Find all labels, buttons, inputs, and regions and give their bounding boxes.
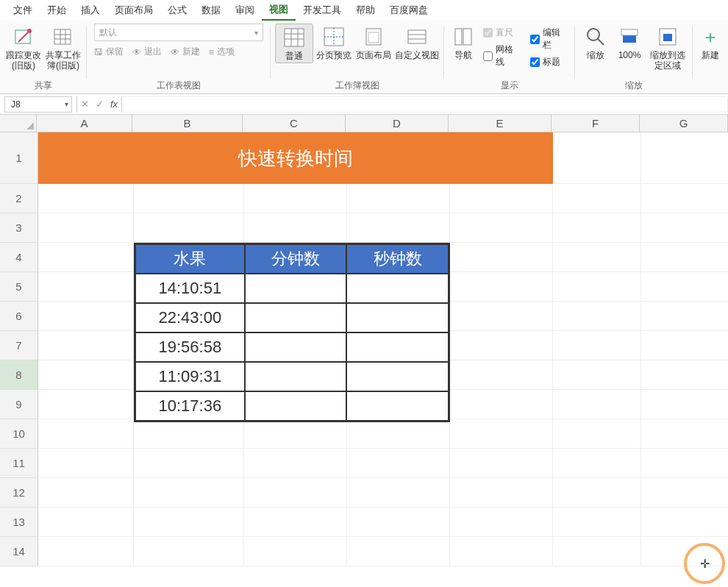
track-changes-button[interactable]: 跟踪更改(旧版) <box>4 24 43 72</box>
row-header-7[interactable]: 7 <box>0 331 38 360</box>
cell-E13[interactable] <box>450 508 553 537</box>
row-header-4[interactable]: 4 <box>0 243 38 272</box>
cell-D4[interactable] <box>347 243 450 272</box>
cell-C9[interactable] <box>244 390 347 419</box>
cell-F1[interactable] <box>553 132 641 184</box>
sheetview-combo[interactable]: 默认 ▾ <box>94 24 263 41</box>
cancel-formula-button[interactable]: ✕ <box>77 99 92 110</box>
share-workbook-button[interactable]: 共享工作簿(旧版) <box>44 24 82 72</box>
cell-C2[interactable] <box>244 184 347 213</box>
row-header-6[interactable]: 6 <box>0 302 38 331</box>
row-header-3[interactable]: 3 <box>0 213 38 243</box>
cell-C4[interactable] <box>244 243 347 272</box>
cell-C13[interactable] <box>244 508 347 537</box>
cell-F9[interactable] <box>553 390 641 419</box>
cell-F2[interactable] <box>553 184 641 213</box>
cell-E4[interactable] <box>450 243 553 272</box>
cell-D8[interactable] <box>347 360 450 390</box>
cell-G4[interactable] <box>641 243 728 272</box>
row-header-8[interactable]: 8 <box>0 360 38 390</box>
cell-F11[interactable] <box>553 449 641 478</box>
cell-D14[interactable] <box>347 537 450 566</box>
cell-F6[interactable] <box>553 302 641 331</box>
formula-input[interactable] <box>121 96 728 113</box>
cell-C7[interactable] <box>244 331 347 360</box>
cell-A10[interactable] <box>38 419 134 449</box>
cell-B3[interactable] <box>134 213 244 243</box>
col-header-G[interactable]: G <box>640 115 728 132</box>
row-header-1[interactable]: 1 <box>0 132 38 184</box>
cell-B12[interactable] <box>134 478 244 508</box>
zoom-selection-button[interactable]: 缩放到选定区域 <box>647 24 688 72</box>
zoom-100-button[interactable]: 100% <box>613 24 646 62</box>
cell-A12[interactable] <box>38 478 134 508</box>
new-window-button[interactable]: ＋ 新建 <box>697 24 724 62</box>
cell-A3[interactable] <box>38 213 134 243</box>
col-header-D[interactable]: D <box>346 115 449 132</box>
cell-G13[interactable] <box>641 508 728 537</box>
navigation-button[interactable]: 导航 <box>449 24 477 62</box>
name-box[interactable]: J8 ▾ <box>4 96 72 113</box>
fx-button[interactable]: fx <box>107 99 121 110</box>
exit-button[interactable]: 👁退出 <box>132 46 162 58</box>
cell-A6[interactable] <box>38 302 134 331</box>
cell-G5[interactable] <box>641 272 728 302</box>
grid-area[interactable]: 1234567891011121314 快速转换时间 水果分钟数秒钟数14:10… <box>0 132 728 587</box>
cell-D10[interactable] <box>347 419 450 449</box>
cell-F10[interactable] <box>553 419 641 449</box>
cell-E14[interactable] <box>450 537 553 566</box>
menu-开始[interactable]: 开始 <box>40 1 74 20</box>
col-header-F[interactable]: F <box>552 115 640 132</box>
cell-C1[interactable] <box>244 132 347 184</box>
headings-checkbox[interactable]: 标题 <box>530 56 566 68</box>
cell-G11[interactable] <box>641 449 728 478</box>
cell-F3[interactable] <box>553 213 641 243</box>
menu-数据[interactable]: 数据 <box>194 1 228 20</box>
cell-B1[interactable] <box>134 132 244 184</box>
select-all-corner[interactable] <box>0 115 37 132</box>
col-header-B[interactable]: B <box>132 115 243 132</box>
page-break-button[interactable]: 分页预览 <box>315 24 353 62</box>
cell-D1[interactable] <box>347 132 450 184</box>
cell-E11[interactable] <box>450 449 553 478</box>
cell-E9[interactable] <box>450 390 553 419</box>
cell-C6[interactable] <box>244 302 347 331</box>
cell-C11[interactable] <box>244 449 347 478</box>
row-header-13[interactable]: 13 <box>0 508 38 537</box>
cell-A14[interactable] <box>38 537 134 566</box>
cell-E8[interactable] <box>450 360 553 390</box>
menu-开发工具[interactable]: 开发工具 <box>296 1 349 20</box>
cell-B11[interactable] <box>134 449 244 478</box>
row-header-11[interactable]: 11 <box>0 449 38 478</box>
cell-B9[interactable] <box>134 390 244 419</box>
cell-C8[interactable] <box>244 360 347 390</box>
cell-E1[interactable] <box>450 132 553 184</box>
new-view-button[interactable]: 👁新建 <box>171 46 200 58</box>
cell-A1[interactable] <box>38 132 134 184</box>
cell-A2[interactable] <box>38 184 134 213</box>
cell-E2[interactable] <box>450 184 553 213</box>
cell-D13[interactable] <box>347 508 450 537</box>
accept-formula-button[interactable]: ✓ <box>92 99 107 110</box>
cell-B2[interactable] <box>134 184 244 213</box>
cell-D9[interactable] <box>347 390 450 419</box>
normal-view-button[interactable]: 普通 <box>275 24 313 63</box>
cell-C3[interactable] <box>244 213 347 243</box>
row-header-12[interactable]: 12 <box>0 478 38 508</box>
cell-B8[interactable] <box>134 360 244 390</box>
formula-bar-checkbox[interactable]: 编辑栏 <box>530 26 566 51</box>
cell-E10[interactable] <box>450 419 553 449</box>
row-header-10[interactable]: 10 <box>0 419 38 449</box>
cell-G1[interactable] <box>641 132 728 184</box>
cell-G10[interactable] <box>641 419 728 449</box>
cell-B5[interactable] <box>134 272 244 302</box>
zoom-button[interactable]: 缩放 <box>579 24 612 62</box>
cell-A4[interactable] <box>38 243 134 272</box>
cell-G6[interactable] <box>641 302 728 331</box>
cell-F14[interactable] <box>553 537 641 566</box>
page-layout-button[interactable]: 页面布局 <box>354 24 393 62</box>
cell-E6[interactable] <box>450 302 553 331</box>
cell-A5[interactable] <box>38 272 134 302</box>
gridlines-checkbox[interactable]: 网格线 <box>483 43 519 68</box>
cell-A8[interactable] <box>38 360 134 390</box>
